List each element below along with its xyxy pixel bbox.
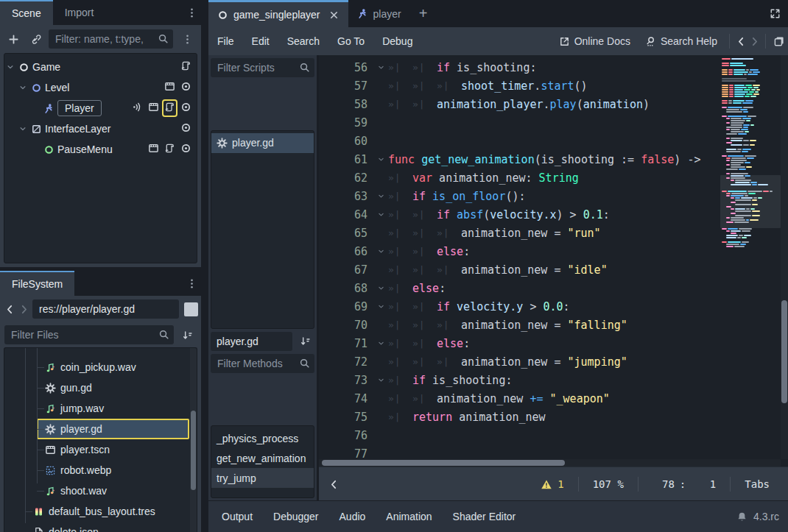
menu-go-to[interactable]: Go To [328,35,373,47]
warnings-indicator[interactable]: 1 [531,478,573,490]
scene-node-row[interactable]: Player [4,98,197,118]
search-help-button[interactable]: Search Help [638,35,725,47]
file-list-scrollbar-handle[interactable] [191,411,196,490]
code-minimap[interactable] [722,55,779,458]
collapse-arrow-icon[interactable] [17,124,29,133]
menu-search[interactable]: Search [278,35,328,47]
history-back-button[interactable] [4,300,15,318]
code-line[interactable]: 75»|return animation_new [319,408,722,426]
bottom-panel-shader-editor[interactable]: Shader Editor [443,511,527,522]
make-floating-button[interactable] [770,32,788,50]
code-line[interactable]: 65»|»|»|animation_new = "run" [319,224,722,242]
file-sort-button[interactable] [177,325,197,344]
code-line[interactable]: 68»|else: [319,279,722,297]
distraction-free-button[interactable] [770,8,781,19]
code-line[interactable]: 57»|»|»|shoot_timer.start() [319,77,722,95]
menu-file[interactable]: File [208,35,243,47]
bottom-panel-output[interactable]: Output [211,511,263,522]
node-name[interactable]: Player [57,100,102,116]
file-row[interactable]: shoot.wav [4,480,197,501]
scene-node-row[interactable]: Level [4,77,197,98]
bottom-panel-audio[interactable]: Audio [329,511,376,522]
scene-filter-input[interactable] [49,29,173,49]
tab-import[interactable]: Import [53,0,106,25]
tab-scene[interactable]: Scene [0,0,53,25]
code-line[interactable]: 62»|var animation_new: String [319,169,722,187]
movie-button[interactable] [164,81,175,94]
visibility-button[interactable] [180,122,191,135]
scene-options-button[interactable] [177,34,197,45]
bottom-panel-debugger[interactable]: Debugger [263,511,329,522]
code-line[interactable]: 59 [319,113,722,132]
code-line[interactable]: 76 [319,426,722,444]
vertical-scrollbar-handle[interactable] [781,300,787,403]
signal-button[interactable] [132,102,143,115]
code-line[interactable]: 60 [319,132,722,150]
bottom-panel-animation[interactable]: Animation [376,511,442,522]
method-list-item[interactable]: get_new_animation [211,448,314,468]
script-button[interactable] [164,102,175,115]
fold-arrow-icon[interactable] [373,155,388,163]
current-path-field[interactable] [32,299,179,319]
code-line[interactable]: 73»|if is_shooting: [319,371,722,389]
code-line[interactable]: 74»|»|animation_new += "_weapon" [319,389,722,408]
zoom-indicator[interactable]: 107 % [583,478,633,490]
code-line[interactable]: 64»|»|if absf(velocity.x) > 0.1: [319,205,722,224]
code-line[interactable]: 69»|»|if velocity.y > 0.0: [319,297,722,316]
notifications-bell-icon[interactable] [736,511,747,522]
file-row[interactable]: delete.json [4,522,197,532]
script-history-back-button[interactable] [734,32,747,50]
tab-filesystem[interactable]: FileSystem [0,271,74,296]
file-row[interactable]: gun.gd [4,377,197,398]
file-row[interactable]: player.gd [37,419,189,439]
indent-mode-indicator[interactable]: Tabs [735,478,779,490]
collapse-arrow-icon[interactable] [17,83,29,92]
fold-arrow-icon[interactable] [373,376,388,384]
movie-button[interactable] [148,102,159,115]
script-name-field[interactable] [211,332,292,351]
script-sort-button[interactable] [295,332,314,351]
file-row[interactable]: player.tscn [4,439,197,460]
add-node-button[interactable] [4,30,22,48]
fold-arrow-icon[interactable] [373,63,388,71]
fold-arrow-icon[interactable] [373,247,388,255]
code-line[interactable]: 58»|»|animation_player.play(animation) [319,95,722,113]
visibility-button[interactable] [180,143,191,156]
method-list-item[interactable]: _physics_process [211,428,314,448]
toggle-split-mode-button[interactable] [184,302,198,316]
menu-debug[interactable]: Debug [373,35,421,47]
fold-arrow-icon[interactable] [373,339,388,347]
scene-node-row[interactable]: PauseMenu [4,139,197,160]
collapse-arrow-icon[interactable] [4,63,16,71]
code-line[interactable]: 63»|if is_on_floor(): [319,187,722,205]
movie-button[interactable] [148,143,159,156]
vertical-scrollbar[interactable] [781,55,788,459]
code-line[interactable]: 66»|»|else: [319,242,722,260]
file-filter-input[interactable] [4,325,174,344]
horizontal-scrollbar[interactable] [319,459,781,467]
visibility-button[interactable] [180,81,191,94]
script-list-item[interactable]: player.gd [211,133,314,153]
new-tab-button[interactable]: + [410,0,437,27]
code-line[interactable]: 61func get_new_animation(is_shooting := … [319,150,722,169]
fold-arrow-icon[interactable] [373,192,388,200]
online-docs-button[interactable]: Online Docs [552,35,638,47]
script-button[interactable] [164,143,175,156]
editor-tab-game_singleplayer[interactable]: game_singleplayer [208,0,348,27]
method-list-item[interactable]: try_jump [211,468,314,488]
editor-tab-player[interactable]: player [348,0,410,27]
history-forward-button[interactable] [18,300,29,318]
scene-node-row[interactable]: InterfaceLayer [4,118,197,139]
minimap-viewport[interactable] [720,175,781,228]
code-line[interactable]: 72»|»|»|animation_new = "jumping" [319,352,722,371]
code-editor[interactable]: 56»|»|if is_shooting:57»|»|»|shoot_timer… [319,55,788,467]
code-line[interactable]: 56»|»|if is_shooting: [319,58,722,77]
fold-arrow-icon[interactable] [373,210,388,219]
fold-arrow-icon[interactable] [373,302,388,311]
menu-edit[interactable]: Edit [243,35,278,47]
file-row[interactable]: default_bus_layout.tres [4,501,197,522]
file-row[interactable]: coin_pickup.wav [4,357,197,377]
instance-scene-button[interactable] [27,30,44,48]
code-line[interactable]: 71»|»|else: [319,334,722,352]
version-label[interactable]: 4.3.rc [753,511,779,522]
